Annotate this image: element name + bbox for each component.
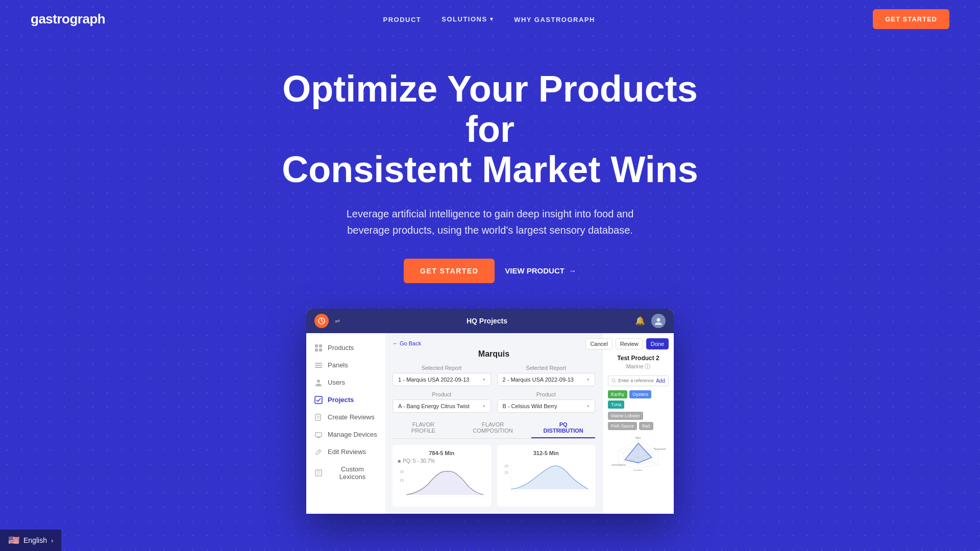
product-a-group: Product A - Bang Energy Citrus Twist ▾ [393,391,491,413]
svg-rect-8 [315,367,322,368]
dash-right-panel: Cancel Review Done Test Product 2 Marine… [602,333,674,514]
tab-flavor-composition[interactable]: FLAVOR COMPOSITION [454,418,532,438]
selected-report-1-group: Selected Report 1 - Marquis USA 2022-09-… [393,365,491,386]
sidebar-item-manage-devices[interactable]: Manage Devices [306,426,385,443]
chart-1-label: ■ PQ: 5 - 30.7% [398,458,486,464]
panel-product-name: Test Product 2 [608,355,669,362]
dash-logo-icon [314,314,329,328]
svg-text:Roasted: Roasted [654,446,666,450]
dash-body: Products Panels Users [306,333,674,514]
navbar: gastrograph PRODUCT SOLUTIONS WHY GASTRO… [0,0,980,38]
sidebar-item-users[interactable]: Users [306,374,385,391]
svg-text:25: 25 [504,470,508,474]
bell-icon[interactable]: 🔔 [634,315,646,327]
report-1-select[interactable]: 1 - Marquis USA 2022-09-13 ▾ [393,373,491,386]
language-label: English [23,536,47,544]
svg-rect-4 [315,348,318,352]
sidebar-item-edit-reviews[interactable]: Edit Reviews [306,443,385,461]
flavor-tag-earthy[interactable]: Earthy [608,390,627,398]
language-chevron-icon: › [51,537,53,544]
hero-buttons: GET STARTED VIEW PRODUCT → [10,259,970,283]
search-icon [611,378,616,383]
chart-2-svg: 30 25 [502,458,591,494]
product-a-select[interactable]: A - Bang Energy Citrus Twist ▾ [393,399,491,413]
back-link[interactable]: ← Go Back [393,340,595,346]
product-b-label: Product [497,391,596,397]
topbar-breadcrumb: ⇌ [335,317,340,324]
svg-text:30: 30 [400,469,404,473]
svg-line-17 [318,450,320,452]
panel-search-box[interactable]: Add [608,375,669,386]
dash-main-content: ← Go Back Marquis Selected Report 1 - Ma… [385,333,602,514]
panel-action-buttons: Cancel Review Done [608,338,669,349]
chart-tabs: FLAVOR PROFILE FLAVOR COMPOSITION PQ DIS… [393,418,595,439]
nav-item-product[interactable]: PRODUCT [383,15,422,24]
language-flag-icon: 🇺🇸 [8,535,19,546]
selected-report-2-group: Selected Report 2 - Marquis USA 2022-09-… [497,365,596,386]
review-button[interactable]: Review [616,338,643,349]
panel-product-sub: Marine ⓘ [608,363,669,370]
dash-topbar: ⇌ HQ Projects 🔔 [306,309,674,333]
done-button[interactable]: Done [646,338,669,349]
nav-cta-button[interactable]: GET STARTED [873,9,949,29]
chart-box-1: 784-5 Min ■ PQ: 5 - 30.7% 30 20 [393,445,491,507]
hero-get-started-button[interactable]: GET STARTED [404,259,495,283]
cancel-button[interactable]: Cancel [585,338,612,349]
charts-area: 784-5 Min ■ PQ: 5 - 30.7% 30 20 [393,445,595,507]
svg-rect-2 [315,344,318,347]
hero-view-product-button[interactable]: VIEW PRODUCT → [505,266,576,275]
svg-rect-6 [315,363,322,364]
svg-rect-11 [315,414,321,420]
tab-flavor-profile[interactable]: FLAVOR PROFILE [393,418,454,438]
report-1-label: Selected Report [393,365,491,371]
nav-links: PRODUCT SOLUTIONS WHY GASTROGRAPH [383,15,595,24]
logo-text: gastrograph [31,11,105,27]
tab-pq-distribution[interactable]: PQ DISTRIBUTION [531,418,595,438]
flavor-tags-row1: Earthy Oysters Tuna [608,390,669,409]
logo[interactable]: gastrograph [31,11,105,27]
sidebar-item-custom-lexicons[interactable]: Custom Lexicons [306,461,385,485]
hero-section: Optimize Your Products for Consistent Ma… [0,38,980,534]
svg-text:30: 30 [504,464,508,467]
svg-rect-5 [319,348,322,352]
report-2-select[interactable]: 2 - Marquis USA 2022-09-13 ▾ [497,373,596,386]
svg-line-31 [615,381,616,382]
add-flavor-button[interactable]: Add [656,378,665,384]
dropdown-chevron-3: ▾ [483,404,485,409]
svg-text:20: 20 [400,479,404,482]
reference-flavor-input[interactable] [618,378,654,383]
chart-1-svg: 30 20 [398,464,486,499]
hero-subtitle: Leverage artificial intelligence to gain… [337,206,643,238]
avatar[interactable] [651,314,666,328]
chart-1-box-icon: ■ [398,458,401,464]
nav-item-why[interactable]: WHY GASTROGRAPH [514,15,595,24]
dropdown-chevron-2: ▾ [587,377,590,382]
sidebar-item-projects[interactable]: Projects [306,391,385,409]
product-a-label: Product [393,391,491,397]
product-b-select[interactable]: B - Celsius Wild Berry ▾ [497,399,596,413]
svg-point-30 [612,379,615,382]
sidebar-item-products[interactable]: Products [306,339,385,357]
nav-item-solutions[interactable]: SOLUTIONS [442,15,494,23]
flavor-tag-maine-lobster[interactable]: Maine Lobster [608,412,643,420]
svg-rect-14 [315,433,322,437]
dropdown-chevron: ▾ [483,377,485,382]
flavor-tag-tuna[interactable]: Tuna [608,400,624,409]
spider-chart-svg: Wet Roasted Earthy Astringent [608,435,669,471]
report-2-label: Selected Report [497,365,596,371]
flavor-tag-bait[interactable]: Bait [639,422,653,430]
svg-rect-10 [315,396,322,404]
sidebar-item-create-reviews[interactable]: Create Reviews [306,409,385,426]
dash-sidebar: Products Panels Users [306,333,385,514]
svg-text:Astringent: Astringent [611,462,626,466]
language-footer[interactable]: 🇺🇸 English › [0,530,61,551]
form-row-1: Selected Report 1 - Marquis USA 2022-09-… [393,365,595,386]
svg-point-1 [657,318,660,321]
product-title: Marquis [393,349,595,359]
svg-text:Wet: Wet [635,436,641,439]
hero-title: Optimize Your Products for Consistent Ma… [260,69,720,190]
flavor-tag-oysters[interactable]: Oysters [629,390,651,398]
sidebar-item-panels[interactable]: Panels [306,357,385,374]
topbar-title: HQ Projects [346,317,628,325]
flavor-tag-fish-sauce[interactable]: Fish Sauce [608,422,637,430]
